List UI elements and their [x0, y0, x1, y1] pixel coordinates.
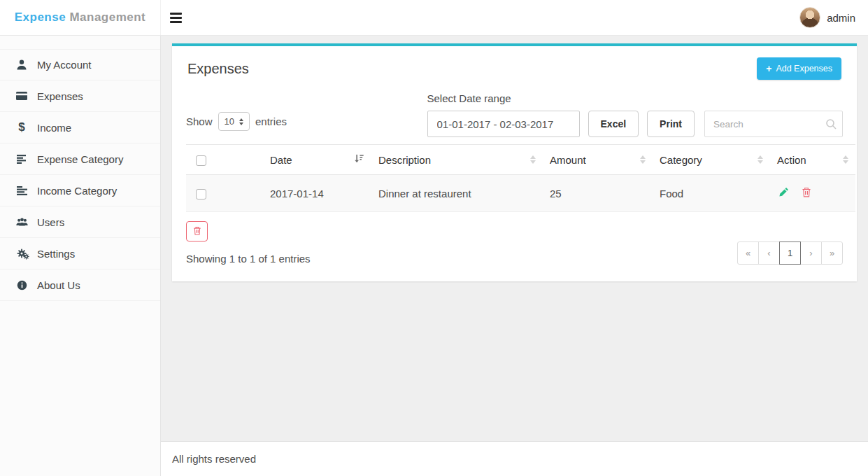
- page-title: Expenses: [187, 61, 249, 77]
- sort-amount-icon: [354, 153, 364, 166]
- sidebar-item-label: My Account: [37, 59, 92, 71]
- topbar-right: admin: [161, 0, 868, 35]
- entries-label: entries: [255, 115, 287, 127]
- trash-icon: [802, 187, 811, 200]
- sidebar-item-users[interactable]: Users: [0, 206, 160, 238]
- credit-card-icon: [15, 92, 28, 100]
- users-icon: [15, 217, 28, 227]
- sort-icon: [640, 155, 646, 164]
- table-summary: Showing 1 to 1 of 1 entries: [186, 253, 311, 265]
- header-action[interactable]: Action: [770, 145, 855, 175]
- select-arrows-icon: [239, 118, 243, 125]
- cell-amount: 25: [543, 175, 653, 212]
- content-spacer: [161, 281, 868, 441]
- search-input[interactable]: [704, 111, 843, 137]
- sidebar-item-label: Expense Category: [37, 153, 123, 165]
- table-header-row: Date Description: [186, 145, 855, 175]
- sidebar-item-label: Income: [37, 122, 71, 134]
- sidebar-item-about-us[interactable]: About Us: [0, 270, 160, 301]
- dollar-icon: $: [15, 120, 28, 134]
- header-amount[interactable]: Amount: [543, 145, 653, 175]
- edit-pencil-icon: [778, 187, 789, 200]
- list-alt-icon: [15, 186, 28, 195]
- header-description[interactable]: Description: [371, 145, 543, 175]
- header-category[interactable]: Category: [653, 145, 770, 175]
- sidebar-item-expenses[interactable]: Expenses: [0, 80, 160, 112]
- delete-button[interactable]: [800, 186, 813, 201]
- add-expenses-label: Add Expenses: [776, 64, 832, 74]
- show-label: Show: [186, 115, 213, 127]
- cell-category: Food: [653, 175, 770, 212]
- username: admin: [827, 12, 855, 24]
- sort-icon: [530, 155, 536, 164]
- pagination-prev-button[interactable]: ‹: [758, 241, 780, 265]
- brand-logo[interactable]: Expense Management: [0, 0, 161, 35]
- trash-icon: [193, 226, 201, 237]
- table-row: 2017-01-14 Dinner at restaurent 25 Food: [186, 175, 855, 212]
- page-size-value: 10: [225, 116, 234, 127]
- select-all-checkbox[interactable]: [196, 155, 206, 166]
- info-icon: [15, 280, 28, 290]
- filter-cluster: Select Date range Excel Print: [427, 92, 843, 137]
- excel-button[interactable]: Excel: [588, 111, 639, 137]
- header-date[interactable]: Date: [263, 145, 371, 175]
- row-select-cell: [186, 175, 263, 212]
- sidebar-item-label: Settings: [37, 248, 75, 260]
- sidebar-item-income-category[interactable]: Income Category: [0, 175, 160, 206]
- table-controls: Show 10 entries Select Date range Excel …: [186, 92, 843, 137]
- menu-toggle-icon[interactable]: [170, 10, 185, 26]
- add-expenses-button[interactable]: + Add Expenses: [757, 57, 841, 80]
- date-range-label: Select Date range: [427, 92, 843, 104]
- app-footer: All rights reserved: [161, 441, 868, 476]
- header-action-label: Action: [777, 154, 806, 166]
- header-amount-label: Amount: [550, 154, 586, 166]
- gears-icon: [15, 248, 28, 258]
- header-description-label: Description: [378, 154, 431, 166]
- list-icon: [15, 155, 28, 164]
- expenses-table: Date Description: [186, 144, 855, 212]
- pagination: « ‹ 1 › »: [737, 241, 843, 265]
- cell-description: Dinner at restaurent: [371, 175, 543, 212]
- print-button[interactable]: Print: [647, 111, 695, 137]
- brand-primary: Expense: [15, 10, 66, 24]
- sidebar: My Account Expenses $ Income Expense Cat…: [0, 36, 161, 476]
- pagination-page-1-button[interactable]: 1: [779, 241, 801, 265]
- sidebar-item-income[interactable]: $ Income: [0, 112, 160, 144]
- user-menu[interactable]: admin: [799, 7, 855, 28]
- sidebar-item-label: Users: [37, 216, 64, 228]
- date-range-input[interactable]: [427, 111, 580, 137]
- user-icon: [15, 59, 28, 70]
- avatar: [799, 7, 820, 28]
- plus-icon: +: [766, 64, 771, 74]
- pagination-first-button[interactable]: «: [737, 241, 759, 265]
- cell-action: [770, 175, 855, 212]
- sidebar-item-my-account[interactable]: My Account: [0, 49, 160, 80]
- sidebar-item-label: Income Category: [37, 185, 117, 197]
- sidebar-item-label: Expenses: [37, 90, 83, 102]
- topbar: Expense Management admin: [0, 0, 868, 36]
- sidebar-item-expense-category[interactable]: Expense Category: [0, 144, 160, 175]
- footer-text: All rights reserved: [172, 453, 256, 465]
- cell-date: 2017-01-14: [263, 175, 371, 212]
- show-entries-group: Show 10 entries: [186, 112, 287, 131]
- brand-secondary: Management: [69, 10, 145, 24]
- expenses-card: Expenses + Add Expenses Show 10 entries …: [172, 43, 857, 281]
- bulk-delete-button[interactable]: [186, 221, 208, 241]
- sort-icon: [843, 155, 848, 164]
- brand-text: Expense Management: [15, 10, 146, 24]
- sidebar-item-settings[interactable]: Settings: [0, 238, 160, 270]
- header-date-label: Date: [270, 154, 292, 166]
- sidebar-item-label: About Us: [37, 279, 80, 291]
- pagination-next-button[interactable]: ›: [800, 241, 822, 265]
- page-size-select[interactable]: 10: [218, 112, 250, 131]
- header-category-label: Category: [660, 154, 702, 166]
- sort-icon: [757, 155, 763, 164]
- row-checkbox[interactable]: [196, 189, 206, 200]
- header-select-all[interactable]: [186, 145, 263, 175]
- edit-button[interactable]: [777, 186, 790, 201]
- main-content: Expenses + Add Expenses Show 10 entries …: [161, 36, 868, 476]
- pagination-last-button[interactable]: »: [821, 241, 843, 265]
